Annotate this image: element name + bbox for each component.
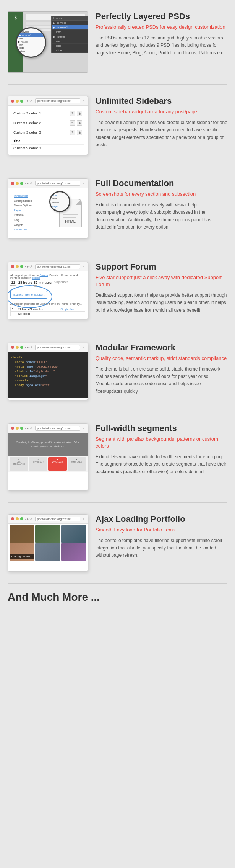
forward-arrow-modular[interactable]: ▸ xyxy=(27,346,29,349)
browser-menu-icon-fullwidth[interactable]: ≡ xyxy=(83,427,84,430)
mag-layer-row: nav xyxy=(18,43,44,46)
back-arrow-doc[interactable]: ◂ xyxy=(25,181,26,185)
table-cell: SimpleUser xyxy=(59,307,85,311)
browser-nav-support: ◂ ▸ ↺ xyxy=(25,265,32,268)
fullwidth-browser-content: Creativity is allowing yourself to make … xyxy=(8,433,88,490)
stat-num-2: 28 hours 32 minutes xyxy=(18,281,52,284)
feature-blocks: ▲OUR SPECIALTIES ▲WHATEVER ▲WHATEVER ▲WH… xyxy=(8,456,88,472)
browser-url-support: portfoliotheme.org/extinct xyxy=(35,264,80,269)
psd-section: $ Layers ▶ services ▶ services1 intr xyxy=(0,0,235,84)
mag-layer-row: logo xyxy=(18,46,44,49)
sidebar-row-icons-3: ✎ 🗑 xyxy=(70,130,82,135)
file-line xyxy=(63,216,75,216)
dot-red-support xyxy=(11,265,14,268)
modular-description: The theme is built on the same solid, st… xyxy=(96,366,227,395)
dot-yellow-doc xyxy=(16,182,19,185)
browser-nav-doc: ◂ ▸ ↺ xyxy=(25,181,32,185)
spacer xyxy=(53,49,55,52)
layer-item: intro xyxy=(52,30,88,34)
browser-menu-icon[interactable]: ≡ xyxy=(83,99,84,103)
forward-arrow-ajax[interactable]: ▸ xyxy=(27,517,29,521)
doc-list-item: Shortcodes xyxy=(14,227,56,232)
stat-num-1: 11 xyxy=(11,281,15,284)
dot-red-fullwidth xyxy=(11,427,14,430)
browser-menu-icon-ajax[interactable]: ≡ xyxy=(83,517,84,521)
ajax-section: ◂ ▸ ↺ portfoliotheme.org/extinct ≡ Loadi… xyxy=(0,503,235,583)
sidebars-section: Unlimited Sidebars Custom sidebar widget… xyxy=(0,85,235,167)
browser-bar-fullwidth: ◂ ▸ ↺ portfoliotheme.org/extinct ≡ xyxy=(8,424,88,433)
delete-icon-3[interactable]: 🗑 xyxy=(77,130,82,135)
forward-arrow-fullwidth[interactable]: ▸ xyxy=(27,427,29,430)
delete-icon-2[interactable]: 🗑 xyxy=(77,120,82,126)
edit-icon-2[interactable]: ✎ xyxy=(70,120,75,126)
spacer xyxy=(53,44,55,47)
edit-icon-1[interactable]: ✎ xyxy=(70,111,75,116)
browser-url-doc: portfoliotheme.org/extinct xyxy=(35,181,80,186)
browser-url-modular: portfoliotheme.org/extinct xyxy=(35,345,80,350)
support-forum-link[interactable]: Extinct Theme Support xyxy=(10,291,47,299)
browser-url-fullwidth: portfoliotheme.org/extinct xyxy=(35,426,80,431)
refresh-icon-modular[interactable]: ↺ xyxy=(29,346,32,349)
psd-screenshot: $ Layers ▶ services ▶ services1 intr xyxy=(8,11,88,73)
back-arrow-modular[interactable]: ◂ xyxy=(25,346,26,349)
refresh-icon-support[interactable]: ↺ xyxy=(29,265,32,268)
ajax-subtitle: Smooth Lazy load for Portfolio items xyxy=(96,526,227,533)
sidebar-select-row: Custom Sidebar 3 xyxy=(11,145,84,152)
file-lines xyxy=(60,214,81,218)
refresh-icon-fullwidth[interactable]: ↺ xyxy=(29,427,32,430)
modular-screenshot: ◂ ▸ ↺ portfoliotheme.org/extinct ≡ <head… xyxy=(8,343,88,400)
back-arrow[interactable]: ◂ xyxy=(25,99,26,103)
mag-layer-row: ▶ services xyxy=(18,30,44,33)
sidebar-row-icons: ✎ 🗑 xyxy=(70,111,82,116)
browser-menu-icon-support[interactable]: ≡ xyxy=(83,265,84,268)
feature-block-1: ▲OUR SPECIALTIES xyxy=(10,457,28,471)
forward-arrow-doc[interactable]: ▸ xyxy=(27,181,29,185)
sidebars-content: Unlimited Sidebars Custom sidebar widget… xyxy=(96,96,227,149)
edit-icon-3[interactable]: ✎ xyxy=(70,130,75,135)
sidebar-row-3: Custom Sidebar 3 ✎ 🗑 xyxy=(11,128,84,137)
credits-link[interactable]: credits xyxy=(32,276,40,279)
dot-yellow xyxy=(16,100,19,103)
support-screenshot: ◂ ▸ ↺ portfoliotheme.org/extinct ≡ All s… xyxy=(8,262,88,319)
hero-text: Creativity is allowing yourself to make … xyxy=(11,438,84,451)
html-file-container: HTML Intro Start Theme Pages Port... xyxy=(59,199,82,227)
portfolio-thumb-5 xyxy=(35,543,60,561)
support-table: 3 22 hours 32 minutes SimpleUser No Topi… xyxy=(10,307,85,316)
browser-url: portfoliotheme.org/extinct xyxy=(35,98,80,103)
browser-menu-icon-doc[interactable]: ≡ xyxy=(83,181,84,185)
dot-yellow-modular xyxy=(16,346,19,349)
browser-menu-icon-modular[interactable]: ≡ xyxy=(83,346,84,349)
envato-link[interactable]: Envato xyxy=(40,274,48,276)
ajax-description: The portfolio templates have filtering s… xyxy=(96,537,227,559)
back-arrow-support[interactable]: ◂ xyxy=(25,265,26,268)
back-arrow-fullwidth[interactable]: ◂ xyxy=(25,427,26,430)
forward-arrow-support[interactable]: ▸ xyxy=(27,265,29,268)
documentation-description: Extinct is documented extensively with v… xyxy=(96,201,227,231)
support-stats: 11 Posts 28 hours 32 minutes ago SimpleU… xyxy=(10,281,85,287)
user-label: SimpleUser xyxy=(54,281,68,283)
delete-icon-1[interactable]: 🗑 xyxy=(77,111,82,116)
doc-list-item: Portfolio xyxy=(14,213,56,218)
stat-label-2: ago xyxy=(33,284,37,287)
portfolio-thumb-6 xyxy=(61,543,86,561)
portfolio-grid: Loading the nex... xyxy=(8,524,88,562)
psd-title: Perfectly Layered PSDs xyxy=(96,11,227,21)
psd-content: Perfectly Layered PSDs Professionally cr… xyxy=(96,11,227,57)
support-description: Dedicated support forum helps us provide… xyxy=(96,292,227,314)
dot-green-modular xyxy=(20,346,23,349)
dot-green-support xyxy=(20,265,23,268)
layer-item: nav xyxy=(52,39,88,44)
layers-panel: Layers ▶ services ▶ services1 intro ▶ he… xyxy=(51,16,88,53)
back-arrow-ajax[interactable]: ◂ xyxy=(25,517,26,521)
refresh-icon-doc[interactable]: ↺ xyxy=(29,181,32,185)
table-row: No Topics xyxy=(11,311,85,316)
support-subtitle: Five star support just a click away with… xyxy=(96,274,227,288)
refresh-icon-ajax[interactable]: ↺ xyxy=(29,517,32,521)
doc-content: Introduction Getting Started Theme Optio… xyxy=(8,188,88,238)
refresh-icon[interactable]: ↺ xyxy=(29,99,32,103)
support-text-small-2: All support questions on Extinct theme o… xyxy=(10,302,85,305)
dot-red-modular xyxy=(11,346,14,349)
table-cell: 3 xyxy=(11,307,17,311)
forward-arrow[interactable]: ▸ xyxy=(27,99,29,103)
mag-layer-row: ▶ header xyxy=(18,40,44,43)
